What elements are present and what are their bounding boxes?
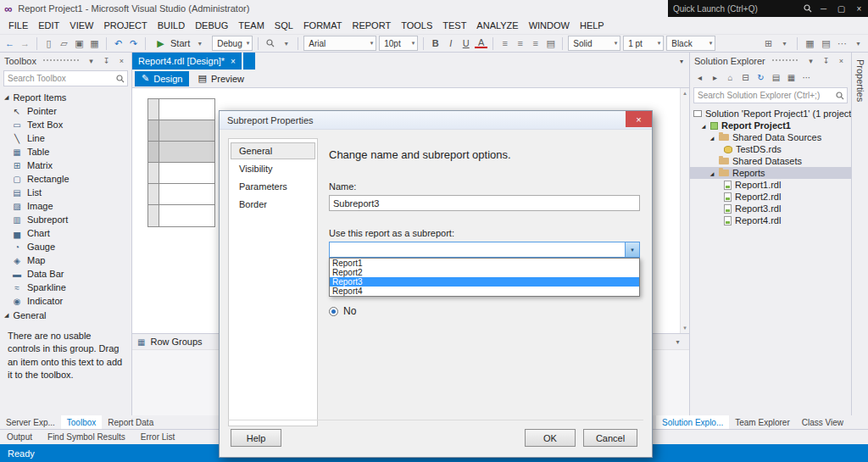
dropdown-option-report3-selected[interactable]: Report3	[330, 277, 639, 287]
navigate-forward-icon[interactable]: →	[19, 38, 31, 48]
tree-expander-icon[interactable]: ◢	[709, 135, 715, 141]
preview-mode-button[interactable]: ▤ Preview	[191, 71, 251, 86]
quick-launch-input[interactable]	[668, 4, 801, 14]
toolbox-item-gauge[interactable]: ◔Gauge	[0, 240, 131, 253]
close-panel-icon[interactable]: ×	[116, 57, 127, 65]
menu-item-edit[interactable]: EDIT	[33, 19, 64, 32]
dialog-nav-general[interactable]: General	[231, 142, 315, 159]
font-family-dropdown[interactable]: Arial ▾	[303, 36, 376, 51]
radio-button-no[interactable]	[329, 307, 338, 316]
tree-item-report4[interactable]: Report4.rdl	[690, 214, 851, 226]
design-mode-button[interactable]: ✎ Design	[135, 71, 189, 86]
tree-item-testds[interactable]: TestDS.rds	[690, 143, 851, 155]
toolbox-section-general[interactable]: ◢ General	[0, 308, 131, 322]
dropdown-option-report2[interactable]: Report2	[330, 268, 639, 277]
back-icon[interactable]: ◂	[693, 73, 707, 82]
report-table[interactable]	[147, 98, 215, 227]
border-style-dropdown[interactable]: Solid ▾	[568, 36, 620, 51]
toolbox-item-sparkline[interactable]: ≈Sparkline	[0, 281, 131, 294]
minimize-button[interactable]: ─	[815, 4, 832, 14]
forward-icon[interactable]: ▸	[708, 73, 722, 82]
subreport-dropdown[interactable]: ▾	[329, 242, 640, 258]
tab-output[interactable]: Output	[7, 432, 32, 442]
underline-icon[interactable]: U	[459, 38, 472, 48]
table-borders-icon[interactable]: ▦	[804, 38, 816, 49]
save-icon[interactable]: ▣	[73, 38, 86, 49]
search-icon[interactable]	[833, 92, 847, 100]
borders-dropdown-icon[interactable]: ▾	[778, 40, 791, 47]
align-center-icon[interactable]: ≡	[514, 38, 526, 48]
find-dropdown-icon[interactable]: ▾	[280, 40, 292, 47]
new-file-icon[interactable]: ▯	[42, 38, 55, 49]
find-icon[interactable]	[264, 39, 277, 47]
tab-team-explorer[interactable]: Team Explorer	[729, 415, 795, 429]
border-width-dropdown[interactable]: 1 pt ▾	[623, 36, 664, 51]
document-list-dropdown-icon[interactable]: ▾	[680, 58, 683, 65]
toolbox-search-input[interactable]	[4, 74, 114, 83]
scroll-up-icon[interactable]: ▴	[683, 90, 687, 97]
maximize-button[interactable]: ▢	[832, 4, 850, 14]
cancel-button[interactable]: Cancel	[583, 429, 637, 447]
dropdown-option-report4[interactable]: Report4	[330, 287, 639, 296]
toolbox-item-databar[interactable]: ▬Data Bar	[0, 267, 131, 281]
home-icon[interactable]: ⌂	[723, 73, 737, 82]
font-size-dropdown[interactable]: 10pt ▾	[379, 36, 418, 51]
debug-target-dropdown[interactable]: Debug ▾	[212, 36, 253, 51]
border-color-dropdown[interactable]: Black ▾	[666, 36, 715, 51]
search-icon[interactable]	[114, 75, 127, 83]
tree-item-reports[interactable]: ◢ Reports	[690, 167, 851, 179]
document-tab-partial[interactable]	[243, 53, 255, 70]
document-tab-report4[interactable]: Report4.rdl [Design]* ×	[132, 53, 242, 70]
tree-expander-icon[interactable]: ◢	[709, 170, 715, 176]
properties-side-tab[interactable]: Properties	[851, 53, 868, 415]
tree-item-report3[interactable]: Report3.rdl	[690, 203, 851, 214]
tree-item-shared-datasets[interactable]: Shared Datasets	[690, 155, 851, 167]
tab-report-data[interactable]: Report Data	[102, 415, 159, 429]
dialog-nav-parameters[interactable]: Parameters	[231, 178, 315, 195]
ok-button[interactable]: OK	[525, 429, 576, 447]
tree-item-report1[interactable]: Report1.rdl	[690, 179, 851, 191]
toolbox-item-image[interactable]: ▨Image	[0, 199, 131, 213]
section-expander-icon[interactable]: ◢	[4, 312, 8, 319]
toolbox-item-table[interactable]: ▦Table	[0, 145, 131, 159]
row-groups-dropdown-icon[interactable]: ▾	[671, 338, 684, 346]
menu-item-help[interactable]: HELP	[575, 19, 609, 32]
menu-item-window[interactable]: WINDOW	[524, 19, 575, 32]
navigate-back-icon[interactable]: ←	[3, 38, 16, 48]
dialog-nav-border[interactable]: Border	[231, 196, 315, 213]
undo-icon[interactable]: ↶	[112, 38, 125, 49]
dropdown-arrow-icon[interactable]: ▾	[625, 242, 639, 257]
toolbox-item-list[interactable]: ▤List	[0, 186, 131, 199]
menu-item-test[interactable]: TEST	[437, 19, 471, 32]
refresh-icon[interactable]: ↻	[754, 73, 768, 82]
save-all-icon[interactable]: ▦	[88, 38, 101, 49]
tab-error-list[interactable]: Error List	[141, 432, 175, 442]
menu-item-report[interactable]: REPORT	[348, 19, 397, 32]
tab-server-explorer[interactable]: Server Exp...	[0, 415, 61, 429]
redo-icon[interactable]: ↷	[127, 38, 140, 49]
menu-item-view[interactable]: VIEW	[64, 19, 98, 32]
menu-item-project[interactable]: PROJECT	[98, 19, 152, 32]
tree-item-report2[interactable]: Report2.rdl	[690, 191, 851, 203]
show-all-files-icon[interactable]: ▦	[784, 73, 798, 82]
scroll-down-icon[interactable]: ▾	[683, 325, 687, 331]
menu-item-format[interactable]: FORMAT	[298, 19, 348, 32]
menu-item-analyze[interactable]: ANALYZE	[471, 19, 523, 32]
pin-icon[interactable]: ↧	[101, 57, 112, 65]
more-tools-icon[interactable]: ⋯	[836, 38, 849, 49]
help-button[interactable]: Help	[231, 429, 281, 447]
font-color-icon[interactable]: A	[475, 38, 487, 48]
toolbox-item-textbox[interactable]: ▭Text Box	[0, 118, 131, 131]
start-debug-button[interactable]: ▶ Start ▾	[151, 38, 209, 49]
tab-class-view[interactable]: Class View	[796, 415, 849, 429]
close-tab-icon[interactable]: ×	[231, 57, 236, 66]
menu-item-debug[interactable]: DEBUG	[190, 19, 233, 32]
toolbox-item-line[interactable]: ╲Line	[0, 131, 131, 145]
quick-launch-search-icon[interactable]	[801, 4, 815, 13]
tree-expander-icon[interactable]: ◢	[700, 123, 707, 129]
toolbox-item-matrix[interactable]: ⊞Matrix	[0, 159, 131, 172]
toolbox-item-rectangle[interactable]: ▢Rectangle	[0, 172, 131, 186]
properties-icon[interactable]: ▤	[769, 73, 783, 82]
bold-icon[interactable]: B	[429, 38, 442, 48]
properties-page-icon[interactable]: ▤	[820, 38, 832, 49]
